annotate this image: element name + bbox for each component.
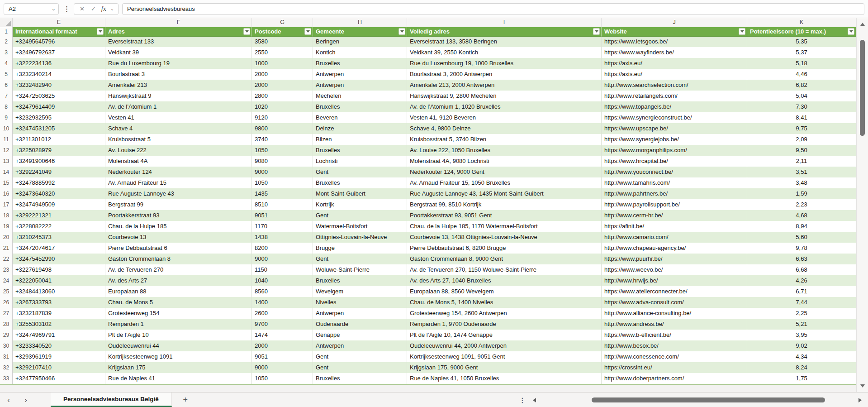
- column-letter-H[interactable]: H: [313, 18, 407, 27]
- cell-gemeente[interactable]: Mechelen: [313, 91, 407, 102]
- cell-website[interactable]: http://www.andress.be/: [602, 319, 747, 330]
- row-number[interactable]: 20: [0, 232, 13, 243]
- row-number[interactable]: 24: [0, 275, 13, 287]
- cell-adres[interactable]: Gaston Crommenlaan 8: [105, 254, 252, 265]
- column-letter-G[interactable]: G: [252, 18, 313, 27]
- row-number[interactable]: 18: [0, 210, 13, 221]
- cell-adres[interactable]: Poortakkerstraat 93: [105, 210, 252, 221]
- cell-volledig-adres[interactable]: Nederkouter 124, 9000 Gent: [407, 167, 602, 178]
- cell-postcode[interactable]: 1050: [252, 177, 313, 189]
- name-box[interactable]: A2 ⌄: [4, 3, 59, 15]
- cell-adres[interactable]: Av. Arnaud Fraiteur 15: [105, 177, 252, 189]
- cell-internationaal-formaat[interactable]: +3292221321: [13, 210, 105, 221]
- cell-gemeente[interactable]: Lochristi: [313, 156, 407, 167]
- cell-adres[interactable]: Oudeleeuwenrui 44: [105, 340, 252, 352]
- cell-postcode[interactable]: 9000: [252, 167, 313, 178]
- row-number[interactable]: 32: [0, 362, 13, 373]
- cell-adres[interactable]: Veldkant 39: [105, 47, 252, 58]
- cell-postcode[interactable]: 1050: [252, 373, 313, 384]
- cell-adres[interactable]: Plt de l’Aigle 10: [105, 330, 252, 341]
- add-sheet-button[interactable]: +: [172, 393, 199, 407]
- cell-website[interactable]: https://axis.eu/: [602, 69, 747, 80]
- cell-website[interactable]: https://www.wayfinders.be/: [602, 47, 747, 58]
- cell-website[interactable]: https://www.synergieconstruct.be/: [602, 112, 747, 124]
- cell-potentieelscore[interactable]: 6,68: [747, 264, 856, 276]
- cell-postcode[interactable]: 8200: [252, 243, 313, 254]
- filter-button[interactable]: [304, 28, 311, 35]
- cell-volledig-adres[interactable]: Kortrijksesteenweg 1091, 9051 Gent: [407, 351, 602, 363]
- cell-website[interactable]: http://www.alliance-consulting.be/: [602, 308, 747, 319]
- cell-internationaal-formaat[interactable]: +3232932595: [13, 112, 105, 124]
- horizontal-scrollbar[interactable]: [533, 393, 862, 407]
- cell-volledig-adres[interactable]: Rue Auguste Lannoye 43, 1435 Mont-Saint-…: [407, 188, 602, 200]
- cell-potentieelscore[interactable]: 2,09: [747, 134, 856, 145]
- cell-internationaal-formaat[interactable]: +32474531205: [13, 123, 105, 134]
- cell-website[interactable]: http://www.youconnect.be/: [602, 167, 747, 178]
- header-gemeente[interactable]: Gemeente: [313, 27, 407, 37]
- cell-gemeente[interactable]: Brugge: [313, 243, 407, 254]
- cell-internationaal-formaat[interactable]: +3232187839: [13, 308, 105, 319]
- cell-internationaal-formaat[interactable]: +32484413060: [13, 286, 105, 297]
- row-number[interactable]: 19: [0, 221, 13, 232]
- cell-adres[interactable]: Europalaan 88: [105, 286, 252, 297]
- row-number[interactable]: 5: [0, 69, 13, 80]
- row-number[interactable]: 8: [0, 101, 13, 113]
- cell-potentieelscore[interactable]: 8,94: [747, 221, 856, 232]
- cell-potentieelscore[interactable]: 7,44: [747, 297, 856, 308]
- cell-potentieelscore[interactable]: 9,50: [747, 145, 856, 156]
- cell-website[interactable]: https://axis.eu/: [602, 58, 747, 69]
- cell-potentieelscore[interactable]: 3,48: [747, 177, 856, 189]
- cell-potentieelscore[interactable]: 4,46: [747, 69, 856, 80]
- cell-internationaal-formaat[interactable]: +32474969791: [13, 330, 105, 341]
- cell-internationaal-formaat[interactable]: +32472074617: [13, 243, 105, 254]
- row-number[interactable]: 27: [0, 308, 13, 319]
- cell-potentieelscore[interactable]: 8,24: [747, 362, 856, 373]
- row-number[interactable]: 16: [0, 188, 13, 200]
- filter-button[interactable]: [593, 28, 600, 35]
- cell-postcode[interactable]: 1400: [252, 297, 313, 308]
- cell-website[interactable]: https://afinit.be/: [602, 221, 747, 232]
- cell-internationaal-formaat[interactable]: +3225028979: [13, 145, 105, 156]
- cell-adres[interactable]: Nederkouter 124: [105, 167, 252, 178]
- cell-gemeente[interactable]: Nivelles: [313, 297, 407, 308]
- filter-button[interactable]: [739, 28, 745, 35]
- cell-potentieelscore[interactable]: 9,02: [747, 340, 856, 352]
- row-number[interactable]: 17: [0, 199, 13, 211]
- cell-potentieelscore[interactable]: 5,60: [747, 232, 856, 243]
- cell-volledig-adres[interactable]: Av. Arnaud Fraiteur 15, 1050 Bruxelles: [407, 177, 602, 189]
- cell-postcode[interactable]: 1050: [252, 145, 313, 156]
- cell-website[interactable]: http://www.cerm-hr.be/: [602, 210, 747, 221]
- cell-potentieelscore[interactable]: 6,63: [747, 254, 856, 265]
- row-number[interactable]: 23: [0, 264, 13, 276]
- cell-website[interactable]: http://www.retailangels.com/: [602, 91, 747, 102]
- cell-volledig-adres[interactable]: Poortakkerstraat 93, 9051 Gent: [407, 210, 602, 221]
- row-number[interactable]: 7: [0, 91, 13, 102]
- cell-volledig-adres[interactable]: Hanswijkstraat 9, 2800 Mechelen: [407, 91, 602, 102]
- cell-volledig-adres[interactable]: Av. des Arts 27, 1040 Bruxelles: [407, 275, 602, 287]
- cell-gemeente[interactable]: Woluwe-Saint-Pierre: [313, 264, 407, 276]
- cell-volledig-adres[interactable]: Av. de l’Atomium 1, 1020 Bruxelles: [407, 101, 602, 113]
- cell-potentieelscore[interactable]: 6,71: [747, 286, 856, 297]
- cell-adres[interactable]: Grotesteenweg 154: [105, 308, 252, 319]
- cell-postcode[interactable]: 1170: [252, 221, 313, 232]
- cell-adres[interactable]: Bourlastraat 3: [105, 69, 252, 80]
- header-internationaal-formaat[interactable]: Internationaal formaat: [13, 27, 105, 37]
- column-letter-K[interactable]: K: [747, 18, 856, 27]
- cell-potentieelscore[interactable]: 4,34: [747, 351, 856, 363]
- row-number[interactable]: 25: [0, 286, 13, 297]
- cell-volledig-adres[interactable]: Chau. de Mons 5, 1400 Nivelles: [407, 297, 602, 308]
- cell-postcode[interactable]: 8510: [252, 199, 313, 211]
- cell-potentieelscore[interactable]: 1,75: [747, 373, 856, 384]
- row-number[interactable]: 22: [0, 254, 13, 265]
- cell-internationaal-formaat[interactable]: +3210245373: [13, 232, 105, 243]
- cell-volledig-adres[interactable]: Amerikalei 213, 2000 Antwerpen: [407, 80, 602, 91]
- header-website[interactable]: Website: [602, 27, 747, 37]
- row-number[interactable]: 10: [0, 123, 13, 134]
- vertical-scrollbar[interactable]: [856, 18, 868, 392]
- cell-website[interactable]: http://www.camario.com/: [602, 232, 747, 243]
- cell-internationaal-formaat[interactable]: +3233340520: [13, 340, 105, 352]
- row-number[interactable]: 1: [0, 27, 13, 37]
- filter-button[interactable]: [398, 28, 405, 35]
- cell-website[interactable]: https://www.synergiejobs.be/: [602, 134, 747, 145]
- cell-website[interactable]: http://www.tamahris.com/: [602, 177, 747, 189]
